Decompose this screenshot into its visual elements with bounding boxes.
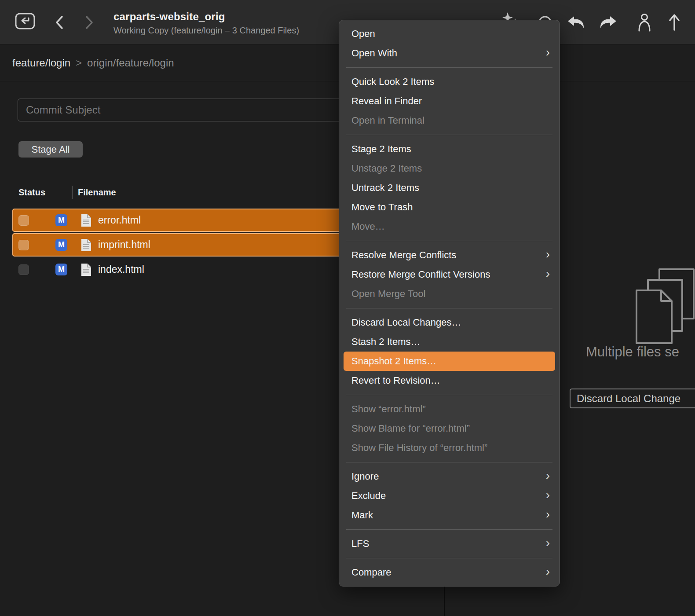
modified-status-badge: M (55, 214, 67, 226)
undo-curved-arrow-icon[interactable] (567, 16, 586, 31)
menu-separator (346, 67, 552, 68)
menu-item-open-in-terminal: Open in Terminal (339, 111, 560, 130)
stage-all-button[interactable]: Stage All (18, 141, 83, 158)
menu-item-open[interactable]: Open (339, 24, 560, 44)
file-icon (80, 214, 92, 227)
chevron-right-icon: › (546, 489, 550, 501)
menu-item-untrack-2-items[interactable]: Untrack 2 Items (339, 178, 560, 198)
menu-separator (346, 308, 552, 308)
push-arrow-icon[interactable] (666, 12, 682, 34)
selection-message: Multiple files se (586, 344, 679, 360)
menu-item-label: Mark (351, 510, 373, 521)
stage-checkbox[interactable] (18, 264, 29, 275)
column-divider[interactable] (72, 186, 73, 199)
menu-item-exclude[interactable]: Exclude› (339, 486, 560, 506)
stage-checkbox[interactable] (18, 240, 29, 250)
filename: imprint.html (98, 239, 150, 251)
menu-item-show-file-history-of-error-html: Show File History of “error.html” (339, 438, 560, 458)
forward-button[interactable] (84, 15, 94, 31)
menu-item-label: Stash 2 Items… (351, 336, 421, 348)
menu-item-open-merge-tool: Open Merge Tool (339, 284, 560, 304)
menu-separator (346, 241, 552, 241)
column-header-status[interactable]: Status (18, 187, 45, 198)
chevron-right-icon: › (546, 469, 550, 482)
menu-item-label: Snapshot 2 Items… (351, 356, 436, 367)
menu-item-show-blame-for-error-html: Show Blame for “error.html” (339, 419, 560, 438)
menu-item-move-to-trash[interactable]: Move to Trash (339, 198, 560, 217)
menu-item-show-error-html: Show “error.html” (339, 400, 560, 419)
menu-separator (346, 395, 552, 395)
context-menu: OpenOpen With›Quick Look 2 ItemsReveal i… (339, 20, 560, 587)
back-button[interactable] (55, 15, 64, 31)
modified-status-badge: M (55, 239, 67, 251)
menu-item-label: Restore Merge Conflict Versions (351, 269, 490, 280)
menu-item-label: Open Merge Tool (351, 288, 425, 300)
menu-item-quick-look-2-items[interactable]: Quick Look 2 Items (339, 72, 560, 92)
menu-item-label: Unstage 2 Items (351, 163, 422, 174)
menu-separator (346, 558, 552, 558)
chevron-right-icon: › (546, 565, 550, 578)
menu-item-resolve-merge-conflicts[interactable]: Resolve Merge Conflicts› (339, 246, 560, 265)
chevron-right-icon: › (546, 248, 550, 260)
chevron-right-icon: › (546, 537, 550, 549)
chevron-right-icon: › (546, 46, 550, 59)
breadcrumb-local-branch[interactable]: feature/login (12, 57, 70, 69)
menu-item-label: Ignore (351, 471, 379, 482)
menu-separator (346, 135, 552, 135)
stage-checkbox[interactable] (18, 215, 29, 226)
menu-item-label: Compare (351, 567, 391, 578)
menu-item-label: Show “error.html” (351, 403, 426, 415)
menu-item-move: Move… (339, 217, 560, 236)
file-icon (80, 238, 92, 252)
file-icon (80, 263, 92, 276)
menu-item-unstage-2-items: Unstage 2 Items (339, 159, 560, 178)
modified-status-badge: M (55, 264, 67, 275)
menu-item-label: Discard Local Changes… (351, 317, 461, 328)
app-window: carparts-website_orig Working Copy (feat… (0, 0, 695, 616)
menu-item-label: Move… (351, 221, 385, 232)
menu-item-label: Open in Terminal (351, 115, 424, 126)
chevron-right-icon: › (546, 508, 550, 521)
repository-title: carparts-website_orig (113, 11, 299, 23)
menu-item-label: Quick Look 2 Items (351, 76, 434, 88)
menu-item-label: Show File History of “error.html” (351, 442, 487, 454)
menu-item-label: Reveal in Finder (351, 95, 422, 107)
menu-item-compare[interactable]: Compare› (339, 563, 560, 582)
breadcrumb-separator: > (76, 57, 82, 69)
menu-item-label: Open With (351, 48, 397, 59)
menu-item-revert-to-revision[interactable]: Revert to Revision… (339, 371, 560, 390)
discard-local-changes-button[interactable]: Discard Local Change (570, 389, 695, 408)
menu-item-label: Move to Trash (351, 202, 413, 213)
working-copy-icon[interactable] (15, 12, 35, 32)
menu-separator (346, 462, 552, 462)
menu-item-stash-2-items[interactable]: Stash 2 Items… (339, 332, 560, 352)
menu-separator (346, 529, 552, 530)
person-icon[interactable] (636, 12, 652, 34)
menu-item-open-with[interactable]: Open With› (339, 44, 560, 63)
menu-item-label: LFS (351, 538, 369, 550)
menu-item-discard-local-changes[interactable]: Discard Local Changes… (339, 313, 560, 332)
chevron-right-icon: › (546, 268, 550, 280)
menu-item-ignore[interactable]: Ignore› (339, 467, 560, 486)
menu-item-label: Resolve Merge Conflicts (351, 249, 456, 261)
menu-item-restore-merge-conflict-versions[interactable]: Restore Merge Conflict Versions› (339, 265, 560, 284)
menu-item-reveal-in-finder[interactable]: Reveal in Finder (339, 92, 560, 111)
menu-item-lfs[interactable]: LFS› (339, 534, 560, 554)
menu-item-label: Stage 2 Items (351, 143, 411, 155)
menu-item-mark[interactable]: Mark› (339, 506, 560, 525)
menu-item-label: Untrack 2 Items (351, 182, 419, 194)
menu-item-label: Revert to Revision… (351, 375, 440, 386)
redo-curved-arrow-icon[interactable] (598, 16, 618, 31)
working-copy-subtitle: Working Copy (feature/login – 3 Changed … (113, 26, 299, 36)
menu-item-snapshot-2-items[interactable]: Snapshot 2 Items… (344, 352, 555, 371)
menu-item-stage-2-items[interactable]: Stage 2 Items (339, 139, 560, 159)
title-block: carparts-website_orig Working Copy (feat… (113, 11, 299, 36)
multiple-files-icon (634, 268, 695, 348)
menu-item-label: Open (351, 28, 375, 40)
panel-divider[interactable] (444, 586, 445, 616)
breadcrumb-remote-branch[interactable]: origin/feature/login (87, 57, 174, 69)
filename: index.html (98, 264, 144, 275)
menu-item-label: Show Blame for “error.html” (351, 423, 470, 434)
column-header-filename[interactable]: Filename (78, 187, 116, 198)
filename: error.html (98, 214, 141, 226)
